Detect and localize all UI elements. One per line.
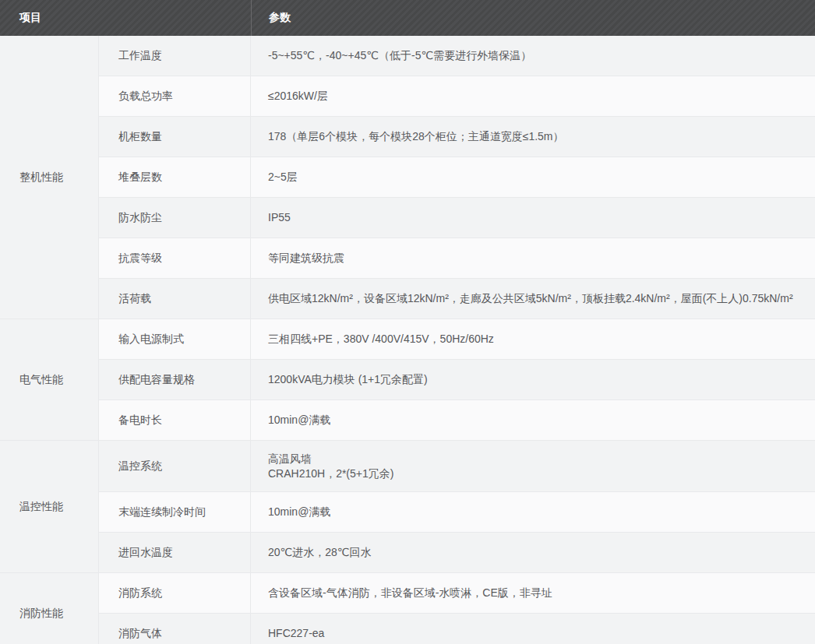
spec-row: 抗震等级 等同建筑级抗震: [99, 238, 815, 279]
group-label: 消防性能: [19, 607, 63, 621]
spec-row: 温控系统 高温风墙 CRAH210H，2*(5+1冗余): [99, 441, 815, 492]
spec-sheet-page: 项目 参数 整机性能 工作温度 -5~+55℃，-40~+45℃（低于-5℃需要…: [0, 0, 815, 644]
spec-row: 防水防尘 IP55: [99, 198, 815, 238]
spec-label: 机柜数量: [99, 117, 251, 157]
group-cell-electrical: 电气性能: [0, 319, 99, 441]
group-label: 整机性能: [19, 171, 63, 185]
group-cell-fire: 消防性能: [0, 573, 99, 644]
group-label: 温控性能: [19, 500, 63, 514]
section-electrical-performance: 电气性能 输入电源制式 三相四线+PE，380V /400V/415V，50Hz…: [0, 319, 815, 441]
group-label: 电气性能: [19, 373, 63, 387]
spec-row: 输入电源制式 三相四线+PE，380V /400V/415V，50Hz/60Hz: [99, 319, 815, 360]
section-rows: 工作温度 -5~+55℃，-40~+45℃（低于-5℃需要进行外墙保温） 负载总…: [99, 36, 815, 319]
spec-value: HFC227-ea: [251, 614, 815, 644]
spec-value: 178（单层6个模块，每个模块28个柜位；主通道宽度≤1.5m）: [251, 117, 815, 157]
section-overall-performance: 整机性能 工作温度 -5~+55℃，-40~+45℃（低于-5℃需要进行外墙保温…: [0, 36, 815, 319]
spec-value: 三相四线+PE，380V /400V/415V，50Hz/60Hz: [251, 319, 815, 359]
spec-value: -5~+55℃，-40~+45℃（低于-5℃需要进行外墙保温）: [251, 36, 815, 76]
spec-value: 高温风墙 CRAH210H，2*(5+1冗余): [251, 441, 815, 491]
spec-label: 消防气体: [99, 614, 251, 644]
table-header: 项目 参数: [0, 0, 815, 36]
spec-label: 防水防尘: [99, 198, 251, 238]
spec-row: 供配电容量规格 1200kVA电力模块 (1+1冗余配置): [99, 360, 815, 400]
spec-row: 堆叠层数 2~5层: [99, 157, 815, 198]
spec-row: 消防气体 HFC227-ea: [99, 614, 815, 644]
spec-row: 活荷载 供电区域12kN/m²，设备区域12kN/m²，走廊及公共区域5kN/m…: [99, 279, 815, 319]
header-cell-item: 项目: [0, 0, 251, 36]
spec-label: 工作温度: [99, 36, 251, 76]
spec-row: 负载总功率 ≤2016kW/层: [99, 76, 815, 117]
spec-value: 含设备区域-气体消防，非设备区域-水喷淋，CE版，非寻址: [251, 573, 815, 613]
spec-value: 1200kVA电力模块 (1+1冗余配置): [251, 360, 815, 399]
spec-row: 进回水温度 20℃进水，28℃回水: [99, 533, 815, 573]
spec-value: 10min@满载: [251, 400, 815, 440]
group-cell-overall: 整机性能: [0, 36, 99, 319]
spec-label: 进回水温度: [99, 533, 251, 572]
spec-row: 机柜数量 178（单层6个模块，每个模块28个柜位；主通道宽度≤1.5m）: [99, 117, 815, 157]
spec-label: 输入电源制式: [99, 319, 251, 359]
spec-row: 消防系统 含设备区域-气体消防，非设备区域-水喷淋，CE版，非寻址: [99, 573, 815, 614]
group-cell-cooling: 温控性能: [0, 441, 99, 573]
spec-label: 负载总功率: [99, 76, 251, 116]
spec-value: 10min@满载: [251, 492, 815, 532]
spec-value: 2~5层: [251, 157, 815, 197]
spec-label: 末端连续制冷时间: [99, 492, 251, 532]
spec-label: 备电时长: [99, 400, 251, 440]
section-rows: 消防系统 含设备区域-气体消防，非设备区域-水喷淋，CE版，非寻址 消防气体 H…: [99, 573, 815, 644]
header-cell-param: 参数: [251, 0, 815, 36]
section-rows: 输入电源制式 三相四线+PE，380V /400V/415V，50Hz/60Hz…: [99, 319, 815, 441]
spec-label: 供配电容量规格: [99, 360, 251, 399]
spec-value: 20℃进水，28℃回水: [251, 533, 815, 572]
spec-label: 活荷载: [99, 279, 251, 318]
spec-value: 等同建筑级抗震: [251, 238, 815, 278]
spec-row: 备电时长 10min@满载: [99, 400, 815, 441]
spec-table-body: 整机性能 工作温度 -5~+55℃，-40~+45℃（低于-5℃需要进行外墙保温…: [0, 36, 815, 644]
spec-label: 消防系统: [99, 573, 251, 613]
section-cooling-performance: 温控性能 温控系统 高温风墙 CRAH210H，2*(5+1冗余) 末端连续制冷…: [0, 441, 815, 573]
spec-row: 工作温度 -5~+55℃，-40~+45℃（低于-5℃需要进行外墙保温）: [99, 36, 815, 76]
spec-value: IP55: [251, 198, 815, 238]
spec-row: 末端连续制冷时间 10min@满载: [99, 492, 815, 533]
spec-label: 温控系统: [99, 441, 251, 491]
section-rows: 温控系统 高温风墙 CRAH210H，2*(5+1冗余) 末端连续制冷时间 10…: [99, 441, 815, 573]
spec-value: 供电区域12kN/m²，设备区域12kN/m²，走廊及公共区域5kN/m²，顶板…: [251, 279, 815, 318]
spec-label: 堆叠层数: [99, 157, 251, 197]
spec-label: 抗震等级: [99, 238, 251, 278]
section-fire-protection: 消防性能 消防系统 含设备区域-气体消防，非设备区域-水喷淋，CE版，非寻址 消…: [0, 573, 815, 644]
spec-value: ≤2016kW/层: [251, 76, 815, 116]
